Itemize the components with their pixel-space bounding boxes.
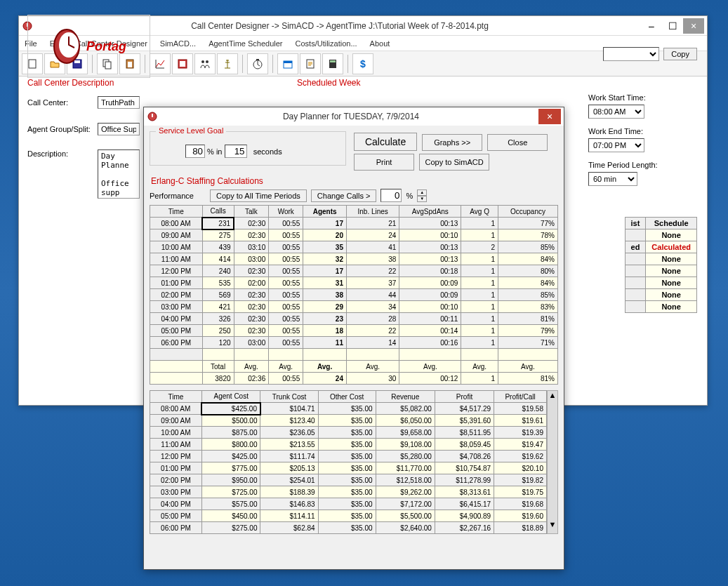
service-level-label: Service Level Goal <box>156 126 226 135</box>
work-end-dropdown[interactable]: 07:00 PM <box>588 138 644 152</box>
copy-all-button[interactable]: Copy to All Time Periods <box>210 189 307 202</box>
modal-close-button[interactable]: × <box>538 109 561 124</box>
modal-icon <box>147 111 158 122</box>
chart-icon[interactable] <box>150 53 171 74</box>
performance-label: Performance <box>150 192 206 200</box>
cc-desc-label: Call Center Description <box>25 78 117 88</box>
svg-rect-19 <box>330 60 336 62</box>
menu-costs[interactable]: Costs/Utilization... <box>296 39 357 48</box>
work-start-label: Work Start Time: <box>588 93 697 102</box>
minimize-button[interactable]: – <box>641 18 662 34</box>
close-button[interactable]: × <box>683 18 704 34</box>
calculate-button[interactable]: Calculate <box>354 133 417 151</box>
agent-group-label: Agent Group/Split: <box>27 125 98 133</box>
change-calls-button[interactable]: Change Calls > <box>311 189 377 202</box>
svg-rect-14 <box>256 59 259 60</box>
copy-dropdown[interactable] <box>603 47 659 61</box>
day-planner-modal: Day Planner for TUESDAY, 7/9/2014 × Serv… <box>143 107 564 570</box>
clock-icon[interactable] <box>172 53 193 74</box>
call-center-input[interactable] <box>98 96 140 109</box>
logo: Portag <box>27 15 150 78</box>
spin-up-button[interactable]: ▲ <box>417 189 427 196</box>
modal-titlebar: Day Planner for TUESDAY, 7/9/2014 × <box>144 107 564 126</box>
svg-rect-24 <box>152 114 153 117</box>
time-period-label: Time Period Length: <box>588 161 697 169</box>
agent-group-input[interactable] <box>98 123 140 135</box>
maximize-button[interactable]: ☐ <box>662 18 683 34</box>
change-calls-input[interactable] <box>380 189 402 202</box>
sl-seconds-input[interactable] <box>225 145 247 158</box>
description-input[interactable] <box>98 149 140 199</box>
menu-simacd[interactable]: SimACD... <box>160 39 196 48</box>
copy-button[interactable]: Copy <box>663 48 697 60</box>
schedule-table: istSchedule NoneedCalculatedNoneNoneNone… <box>625 217 697 313</box>
cost-table[interactable]: TimeAgent CostTrunk CostOther CostRevenu… <box>150 390 547 534</box>
svg-point-11 <box>201 60 204 63</box>
top-buttons: Calculate Graphs >> Close Print Copy to … <box>352 131 549 172</box>
copy-simacd-button[interactable]: Copy to SimACD <box>419 154 489 171</box>
time-period-dropdown[interactable]: 60 min <box>588 172 637 186</box>
staffing-table[interactable]: TimeCallsTalkWorkAgentsInb. LinesAvgSpdA… <box>150 205 558 385</box>
dollar-icon[interactable]: $ <box>352 53 373 74</box>
menu-agenttime[interactable]: AgentTime Scheduler <box>209 39 282 48</box>
stopwatch-icon[interactable] <box>247 53 268 74</box>
description-label: Description: <box>27 149 98 158</box>
erlang-label: Erlang-C Staffing Calculations <box>151 176 558 186</box>
cost-scrollbar[interactable]: ▲ ▼ <box>547 390 558 534</box>
report-icon[interactable] <box>300 53 321 74</box>
sched-week-label: Scheduled Week <box>294 78 364 88</box>
work-start-dropdown[interactable]: 08:00 AM <box>588 105 644 119</box>
svg-point-12 <box>206 60 209 63</box>
call-center-label: Call Center: <box>27 98 98 107</box>
agents-icon[interactable] <box>194 53 216 74</box>
print-button[interactable]: Print <box>354 154 414 171</box>
svg-text:$: $ <box>360 58 366 69</box>
calculator-icon[interactable] <box>322 53 343 74</box>
work-end-label: Work End Time: <box>588 127 697 135</box>
svg-rect-16 <box>284 61 292 63</box>
svg-rect-10 <box>180 61 185 67</box>
sl-percent-input[interactable] <box>185 145 205 158</box>
schedule-icon[interactable] <box>277 53 298 74</box>
menu-about[interactable]: About <box>370 39 390 48</box>
tower-icon[interactable] <box>217 53 238 74</box>
modal-title: Day Planner for TUESDAY, 7/9/2014 <box>164 112 538 121</box>
service-level-group: Service Level Goal % in seconds <box>150 131 346 166</box>
spin-down-button[interactable]: ▼ <box>417 196 427 202</box>
graphs-button[interactable]: Graphs >> <box>422 134 482 151</box>
close-modal-button[interactable]: Close <box>487 134 548 151</box>
